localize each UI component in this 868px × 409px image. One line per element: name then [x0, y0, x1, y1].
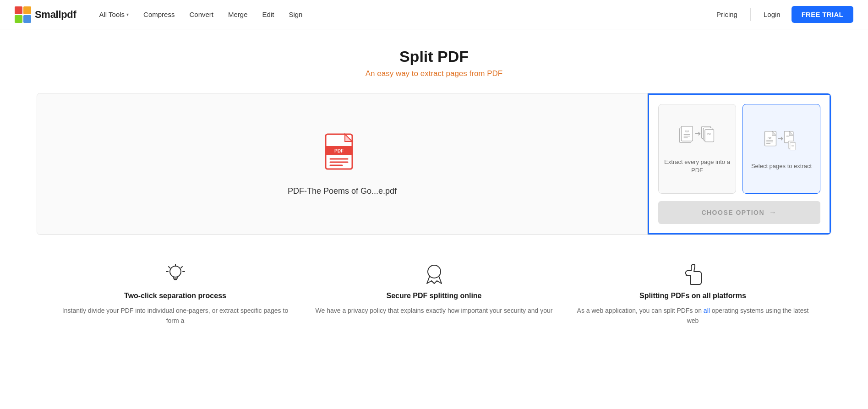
highlight-text: all: [704, 307, 710, 314]
pricing-button[interactable]: Pricing: [709, 7, 745, 22]
svg-line-32: [181, 267, 182, 268]
svg-text:PDF: PDF: [707, 132, 711, 135]
feature-secure: Secure PDF splitting online We have a pr…: [314, 262, 554, 326]
navbar-right: Pricing Login FREE TRIAL: [709, 6, 853, 23]
page-header: Split PDF An easy way to extract pages f…: [37, 48, 831, 78]
nav-convert[interactable]: Convert: [183, 7, 220, 22]
nav-edit[interactable]: Edit: [256, 7, 281, 22]
logo-text: Smallpdf: [35, 9, 76, 21]
option-2-label: Select pages to extract: [751, 162, 812, 170]
pdf-filename: PDF-The Poems of Go...e.pdf: [288, 186, 397, 196]
feature-two-click: Two-click separation process Instantly d…: [55, 262, 295, 326]
lightbulb-icon: [164, 262, 187, 286]
feature-3-desc: As a web application, you can split PDFs…: [573, 305, 813, 326]
ribbon-icon: [422, 262, 446, 286]
free-trial-button[interactable]: FREE TRIAL: [792, 6, 853, 23]
thumbsup-icon: [681, 262, 705, 286]
svg-point-35: [428, 265, 441, 278]
feature-2-title: Secure PDF splitting online: [386, 292, 481, 300]
svg-text:PDF: PDF: [685, 131, 689, 133]
logo-link[interactable]: Smallpdf: [15, 6, 76, 23]
navbar: Smallpdf All Tools ▾ Compress Convert Me…: [0, 0, 868, 29]
option-1-label: Extract every page into a PDF: [664, 158, 730, 175]
feature-2-desc: We have a privacy policy that explains e…: [316, 305, 553, 316]
svg-text:PDF: PDF: [792, 145, 794, 147]
features-section: Two-click separation process Instantly d…: [37, 262, 831, 326]
select-pages-icon: PDF PDF: [763, 127, 800, 157]
nav-divider: [750, 8, 751, 21]
svg-point-28: [170, 266, 181, 277]
nav-menu: All Tools ▾ Compress Convert Merge Edit …: [93, 7, 710, 22]
feature-platforms: Splitting PDFs on all platforms As a web…: [573, 262, 813, 326]
login-button[interactable]: Login: [756, 7, 788, 22]
chevron-down-icon: ▾: [126, 12, 129, 17]
pdf-preview-icon: PDF: [324, 132, 360, 177]
feature-1-desc: Instantly divide your PDF into individua…: [55, 305, 295, 326]
nav-merge[interactable]: Merge: [222, 7, 254, 22]
option-select-pages[interactable]: PDF PDF: [742, 104, 820, 194]
nav-sign[interactable]: Sign: [282, 7, 309, 22]
main-content: Split PDF An easy way to extract pages f…: [0, 29, 868, 354]
feature-1-title: Two-click separation process: [124, 292, 226, 300]
svg-rect-7: [681, 126, 693, 141]
upload-area[interactable]: PDF PDF-The Poems of Go...e.pdf: [37, 93, 648, 234]
options-row: PDF PDF: [658, 104, 820, 194]
options-panel: PDF PDF: [648, 93, 831, 234]
svg-line-31: [169, 267, 170, 268]
svg-text:PDF: PDF: [768, 137, 772, 139]
choose-option-label: CHOOSE OPTION: [701, 209, 764, 216]
option-extract-all[interactable]: PDF PDF: [658, 104, 736, 194]
feature-3-title: Splitting PDFs on all platforms: [639, 292, 746, 300]
nav-all-tools[interactable]: All Tools ▾: [93, 7, 136, 22]
arrow-right-icon: →: [769, 208, 777, 217]
svg-rect-15: [705, 130, 714, 142]
choose-option-button[interactable]: CHOOSE OPTION →: [658, 201, 820, 224]
tool-container: PDF PDF-The Poems of Go...e.pdf: [37, 93, 831, 235]
page-subtitle: An easy way to extract pages from PDF: [37, 69, 831, 78]
extract-all-icon: PDF PDF: [679, 123, 715, 153]
nav-compress[interactable]: Compress: [137, 7, 181, 22]
logo-icon: [15, 6, 31, 23]
svg-text:PDF: PDF: [786, 136, 790, 137]
page-title: Split PDF: [37, 48, 831, 65]
svg-text:PDF: PDF: [334, 148, 344, 153]
